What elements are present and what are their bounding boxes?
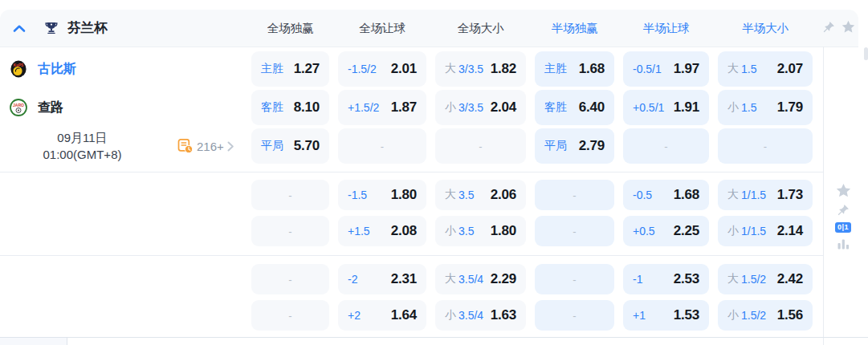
under-prefix: 小	[727, 308, 739, 323]
odds-cell-ht-handicap-away[interactable]: +0.5/1 1.91	[623, 90, 709, 125]
odds-line: 1.5	[741, 63, 756, 75]
odds-row-alt4: - +2 1.64 小 3.5/4 1.63 - +1 1.53 小 1.5/2…	[0, 300, 813, 331]
odds-cell-ft-over-alt[interactable]: 大 3.5 2.06	[435, 180, 526, 210]
odds-cell-empty: -	[535, 180, 614, 210]
under-prefix: 小	[727, 100, 739, 115]
odds-value: 1.27	[294, 61, 320, 77]
odds-cell-ht-under[interactable]: 小 1.5 1.79	[718, 90, 813, 125]
odds-cell-ht-over-alt[interactable]: 大 1.5/2 2.42	[718, 264, 813, 294]
odds-value: 1.68	[674, 187, 699, 203]
odds-cell-ft-under-alt[interactable]: 小 3.5 1.80	[435, 216, 526, 246]
odds-cell-ft-handicap-alt[interactable]: -1.5 1.80	[338, 180, 426, 210]
odds-label: 客胜	[544, 100, 567, 115]
odds-value: 1.80	[491, 223, 516, 239]
match-time: 01:00(GMT+8)	[0, 146, 165, 163]
svg-text:KuPS: KuPS	[14, 63, 23, 67]
odds-cell-ht-handicap-alt[interactable]: +0.5 2.25	[623, 216, 709, 246]
dash: -	[764, 140, 767, 152]
odds-label: 平局	[261, 139, 283, 153]
odds-label: -2	[348, 273, 357, 286]
odds-cell-ft-win-away[interactable]: 客胜 8.10	[251, 90, 329, 125]
odds-value: 8.10	[294, 99, 320, 116]
match-side-tools: 0|1	[832, 183, 854, 250]
odds-line: 3/3.5	[458, 101, 483, 114]
odds-value: 2.01	[391, 61, 417, 77]
odds-cell-ht-over-alt[interactable]: 大 1/1.5 1.73	[718, 180, 813, 210]
stats-bars-icon[interactable]	[837, 238, 850, 250]
odds-value: 2.14	[777, 223, 803, 239]
odds-row-alt1: - -1.5 1.80 大 3.5 2.06 - -0.5 1.68 大 1/1…	[0, 180, 813, 210]
team-home[interactable]: KuPS 古比斯	[0, 51, 242, 87]
svg-text:JARO: JARO	[13, 103, 24, 108]
markets-count: 216+	[197, 140, 224, 153]
odds-line: 1.5/2	[741, 309, 766, 322]
more-markets-link[interactable]: 216+	[177, 138, 234, 154]
odds-cell-ft-handicap-home[interactable]: -1.5/2 2.01	[338, 51, 426, 87]
odds-cell-ft-handicap-alt[interactable]: -2 2.31	[338, 264, 426, 294]
odds-label: 主胜	[544, 62, 567, 76]
odds-cell-ht-handicap-home[interactable]: -0.5/1 1.97	[623, 51, 709, 87]
over-prefix: 大	[727, 272, 739, 286]
odds-row-home: KuPS 古比斯 主胜 1.27 -1.5/2 2.01 大 3/3.5 1.8…	[0, 51, 813, 87]
spacer	[0, 216, 242, 246]
team-away[interactable]: JARO 查路	[0, 90, 242, 125]
odds-cell-ft-handicap-alt[interactable]: +2 1.64	[338, 300, 426, 331]
score-badge[interactable]: 0|1	[835, 222, 851, 233]
scrollbar-thumb[interactable]	[864, 47, 868, 60]
odds-label: +1.5	[348, 225, 370, 237]
odds-row-alt3: - -2 2.31 大 3.5/4 2.29 - -1 2.53 大 1.5/2…	[0, 264, 813, 294]
odds-cell-empty: -	[251, 180, 329, 210]
team-home-name: 古比斯	[38, 61, 76, 78]
odds-cell-ft-draw[interactable]: 平局 5.70	[251, 128, 329, 164]
odds-label: -1.5	[348, 189, 367, 201]
pin-icon[interactable]	[822, 21, 835, 34]
odds-cell-empty: -	[338, 128, 426, 164]
odds-cell-ht-under-alt[interactable]: 小 1.5/2 1.56	[718, 300, 813, 331]
odds-cell-ht-win-home[interactable]: 主胜 1.68	[535, 51, 614, 87]
dash: -	[573, 274, 576, 286]
pin-match-icon[interactable]	[837, 204, 850, 217]
star-icon[interactable]	[842, 20, 855, 34]
dash: -	[573, 310, 576, 322]
odds-cell-ht-over[interactable]: 大 1.5 2.07	[718, 51, 813, 87]
odds-cell-ht-handicap-alt[interactable]: +1 1.53	[623, 300, 709, 331]
odds-value: 2.07	[777, 61, 803, 77]
odds-cell-ft-over[interactable]: 大 3/3.5 1.82	[435, 51, 526, 87]
odds-label: -0.5/1	[633, 63, 662, 75]
odds-value: 2.04	[491, 99, 516, 116]
team-away-logo-icon: JARO	[10, 99, 27, 116]
odds-cell-empty: -	[435, 128, 526, 164]
column-header-ft-handicap: 全场让球	[338, 10, 426, 47]
odds-cell-ht-under-alt[interactable]: 小 1/1.5 2.14	[718, 216, 813, 246]
odds-cell-ft-handicap-away[interactable]: +1.5/2 1.87	[338, 90, 426, 125]
over-prefix: 大	[727, 62, 739, 76]
favorite-star-icon[interactable]	[836, 183, 851, 198]
spacer	[0, 264, 242, 294]
odds-cell-empty: -	[535, 216, 614, 246]
odds-line: 1/1.5	[741, 189, 766, 201]
odds-cell-ht-draw[interactable]: 平局 2.79	[535, 128, 614, 164]
column-header-ft-overunder: 全场大小	[435, 10, 526, 47]
odds-cell-ft-handicap-alt[interactable]: +1.5 2.08	[338, 216, 426, 246]
odds-value: 1.79	[777, 99, 803, 116]
team-away-name: 查路	[38, 99, 63, 116]
odds-cell-ft-over-alt[interactable]: 大 3.5/4 2.29	[435, 264, 526, 294]
collapse-chevron-icon[interactable]	[13, 24, 26, 33]
dash: -	[573, 225, 576, 237]
odds-cell-ft-win-home[interactable]: 主胜 1.27	[251, 51, 329, 87]
odds-cell-ht-handicap-alt[interactable]: -0.5 1.68	[623, 180, 709, 210]
odds-cell-ft-under-alt[interactable]: 小 3.5/4 1.63	[435, 300, 526, 331]
group-separator	[0, 255, 823, 256]
match-date: 09月11日	[0, 129, 165, 146]
odds-cell-ht-win-away[interactable]: 客胜 6.40	[535, 90, 614, 125]
odds-value: 1.53	[674, 307, 699, 323]
odds-line: 3.5	[458, 225, 474, 237]
odds-row-draw: 09月11日 01:00(GMT+8) 216+ 平局 5.70 - -	[0, 128, 813, 164]
odds-value: 2.79	[579, 138, 605, 154]
odds-value: 5.70	[294, 138, 320, 154]
odds-cell-ht-handicap-alt[interactable]: -1 2.53	[623, 264, 709, 294]
odds-cell-ft-under[interactable]: 小 3/3.5 2.04	[435, 90, 526, 125]
odds-label: 平局	[544, 139, 567, 153]
odds-line: 3.5/4	[458, 273, 483, 286]
odds-value: 1.73	[777, 187, 803, 203]
